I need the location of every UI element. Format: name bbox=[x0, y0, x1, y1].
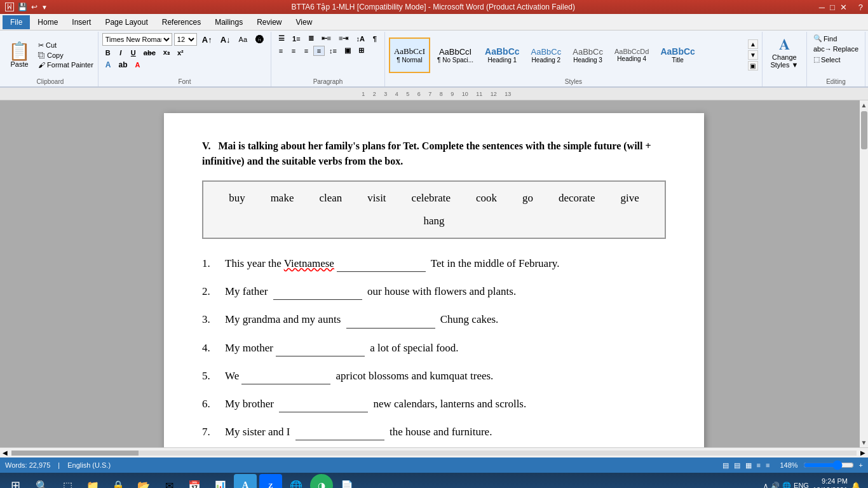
italic-button[interactable]: I bbox=[115, 48, 126, 58]
styles-scroll-down-button[interactable]: ▼ bbox=[748, 50, 758, 60]
h-scroll-track[interactable] bbox=[11, 451, 857, 456]
borders-button[interactable]: ⊞ bbox=[355, 45, 367, 56]
line-spacing-button[interactable]: ↕≡ bbox=[326, 46, 340, 56]
blank-5[interactable] bbox=[241, 367, 330, 384]
network-icon[interactable]: 🌐 bbox=[782, 482, 791, 489]
minimize-button[interactable]: ─ bbox=[819, 3, 825, 12]
strikethrough-button[interactable]: abc bbox=[140, 48, 159, 58]
paste-button[interactable]: 📋 Paste bbox=[5, 41, 34, 70]
scroll-down-arrow[interactable]: ▼ bbox=[861, 439, 867, 446]
style-title-button[interactable]: AaBbCc Title bbox=[656, 37, 699, 73]
spreadsheet-icon[interactable]: 📊 bbox=[208, 474, 231, 488]
format-painter-button[interactable]: 🖌 Format Painter bbox=[36, 60, 95, 69]
font-color-button[interactable]: A bbox=[132, 60, 144, 70]
language-status[interactable]: English (U.S.) bbox=[67, 461, 111, 469]
quick-access-save[interactable]: 💾 bbox=[18, 3, 27, 11]
font-taskbar-icon[interactable]: A bbox=[234, 474, 257, 488]
quick-access-dropdown[interactable]: ▼ bbox=[41, 4, 48, 11]
change-case-button[interactable]: Aa bbox=[236, 34, 250, 44]
close-button[interactable]: ✕ bbox=[840, 3, 847, 12]
text-highlight-button[interactable]: ab bbox=[115, 59, 130, 71]
align-center-button[interactable]: ≡ bbox=[288, 46, 299, 56]
scroll-thumb[interactable] bbox=[861, 111, 867, 149]
restore-button[interactable]: □ bbox=[830, 3, 835, 12]
underline-button[interactable]: U bbox=[128, 48, 139, 58]
style-heading2-button[interactable]: AaBbCc Heading 2 bbox=[527, 37, 566, 73]
bullets-button[interactable]: ☰ bbox=[275, 33, 288, 44]
cut-button[interactable]: ✂ Cut bbox=[36, 41, 95, 50]
view-outline-icon[interactable]: ≡ bbox=[757, 461, 761, 469]
vertical-scrollbar[interactable]: ▲ ▼ bbox=[859, 100, 868, 447]
zalo-icon[interactable]: Z bbox=[259, 474, 282, 488]
styles-more-button[interactable]: ▣ bbox=[748, 61, 758, 71]
style-normal-button[interactable]: AaBbCcI ¶ Normal bbox=[389, 37, 430, 73]
search-taskbar-icon[interactable]: 🔍 bbox=[31, 474, 53, 488]
review-menu[interactable]: Review bbox=[250, 16, 288, 29]
mail-icon[interactable]: ✉ bbox=[158, 474, 180, 488]
chrome-icon[interactable]: 🌐 bbox=[285, 474, 308, 488]
style-heading1-button[interactable]: AaBbCc Heading 1 bbox=[480, 37, 524, 73]
references-menu[interactable]: References bbox=[156, 16, 207, 29]
scroll-up-arrow[interactable]: ▲ bbox=[861, 102, 867, 109]
blank-2[interactable] bbox=[273, 282, 362, 300]
quick-access-undo[interactable]: ↩ bbox=[31, 3, 37, 11]
view-menu[interactable]: View bbox=[290, 16, 319, 29]
start-button[interactable]: ⊞ bbox=[3, 474, 28, 488]
h-scroll-right[interactable]: ▶ bbox=[858, 449, 868, 456]
view-draft-icon[interactable]: ≡ bbox=[766, 461, 770, 469]
font-grow-button[interactable]: A↑ bbox=[199, 34, 215, 46]
zoom-plus-icon[interactable]: + bbox=[859, 461, 863, 469]
subscript-button[interactable]: x₂ bbox=[160, 47, 173, 58]
h-scroll-left[interactable]: ◀ bbox=[0, 449, 10, 456]
view-print-icon[interactable]: ▤ bbox=[722, 461, 729, 470]
replace-button[interactable]: abc→ Replace bbox=[811, 44, 861, 54]
style-heading4-button[interactable]: AaBbCcDd Heading 4 bbox=[610, 37, 653, 73]
font-shrink-button[interactable]: A↓ bbox=[217, 34, 234, 46]
blank-6[interactable] bbox=[279, 395, 368, 412]
blank-4[interactable] bbox=[276, 339, 365, 356]
find-button[interactable]: 🔍 Find bbox=[811, 33, 861, 44]
select-button[interactable]: ⬚ Select bbox=[811, 54, 861, 65]
task-view-icon[interactable]: ⬚ bbox=[56, 474, 79, 488]
decrease-indent-button[interactable]: ⇤≡ bbox=[318, 33, 334, 44]
superscript-button[interactable]: x² bbox=[174, 48, 187, 58]
shading-button[interactable]: ▣ bbox=[341, 45, 354, 56]
mailings-menu[interactable]: Mailings bbox=[208, 16, 249, 29]
app-icon-1[interactable]: ◑ bbox=[310, 474, 333, 488]
notifications-icon[interactable]: 🔔 bbox=[851, 482, 860, 489]
calendar-icon[interactable]: 📅 bbox=[183, 474, 206, 488]
file-menu[interactable]: File bbox=[3, 15, 30, 29]
sort-button[interactable]: ↕A bbox=[353, 34, 367, 44]
blank-7[interactable] bbox=[295, 423, 384, 440]
clear-format-button[interactable]: 🅐 bbox=[252, 34, 267, 46]
folder-icon[interactable]: 📂 bbox=[132, 474, 155, 488]
h-scroll-thumb[interactable] bbox=[11, 451, 139, 456]
blank-1[interactable] bbox=[337, 254, 426, 272]
zoom-slider[interactable] bbox=[803, 462, 854, 468]
insert-menu[interactable]: Insert bbox=[65, 16, 97, 29]
app-icon-2[interactable]: 📄 bbox=[336, 474, 358, 488]
align-left-button[interactable]: ≡ bbox=[275, 46, 287, 56]
page-layout-menu[interactable]: Page Layout bbox=[98, 16, 154, 29]
increase-indent-button[interactable]: ≡⇥ bbox=[336, 33, 351, 44]
file-explorer-icon[interactable]: 📁 bbox=[81, 474, 104, 488]
volume-icon[interactable]: 🔊 bbox=[771, 482, 780, 489]
language-icon[interactable]: ENG bbox=[794, 482, 809, 488]
view-web-icon[interactable]: ▦ bbox=[745, 461, 752, 470]
show-hide-button[interactable]: ¶ bbox=[369, 34, 381, 44]
font-name-select[interactable]: Times New Roman bbox=[102, 33, 172, 46]
copy-button[interactable]: ⿻ Copy bbox=[36, 51, 95, 60]
change-styles-button[interactable]: 𝐀 ChangeStyles ▼ bbox=[766, 33, 803, 71]
justify-button[interactable]: ≡ bbox=[313, 46, 325, 56]
blank-3[interactable] bbox=[346, 310, 435, 328]
multilevel-list-button[interactable]: ≣ bbox=[305, 33, 317, 44]
font-size-select[interactable]: 12 bbox=[174, 33, 197, 46]
text-effect-button[interactable]: A bbox=[102, 59, 114, 71]
home-menu[interactable]: Home bbox=[31, 16, 64, 29]
numbering-button[interactable]: 1≡ bbox=[289, 34, 304, 44]
lock-icon[interactable]: 🔒 bbox=[107, 474, 130, 488]
view-fullscreen-icon[interactable]: ▤ bbox=[734, 461, 740, 470]
chevron-icon[interactable]: ∧ bbox=[763, 482, 768, 489]
time-display[interactable]: 9:24 PM 12/10/2021 bbox=[813, 477, 848, 488]
styles-scroll-up-button[interactable]: ▲ bbox=[748, 39, 758, 49]
